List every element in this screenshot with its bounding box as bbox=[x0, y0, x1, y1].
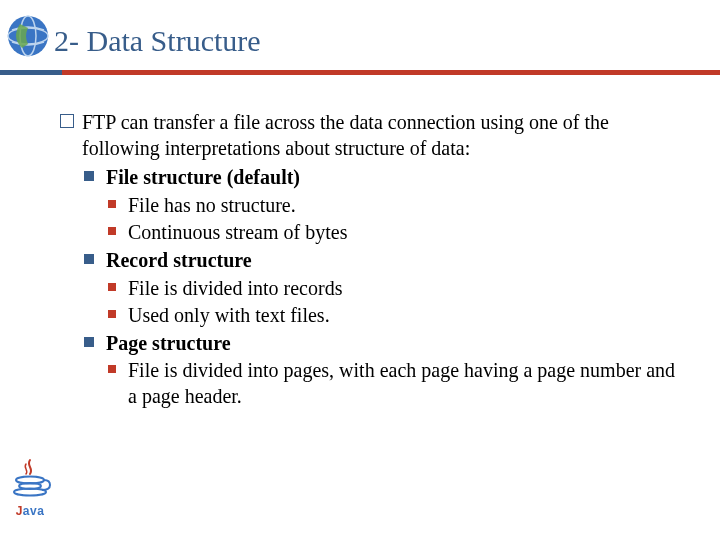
list-subitem-text: Continuous stream of bytes bbox=[128, 221, 347, 243]
list-subitem-text: File is divided into pages, with each pa… bbox=[128, 359, 675, 407]
slide-title: 2- Data Structure bbox=[54, 24, 261, 58]
list-subitem-text: Used only with text files. bbox=[128, 304, 330, 326]
slide: 2- Data Structure FTP can transfer a fil… bbox=[0, 0, 720, 540]
list-item: Page structure bbox=[84, 331, 680, 357]
list-subitem: File is divided into pages, with each pa… bbox=[108, 358, 680, 409]
list-subitem: File has no structure. bbox=[108, 193, 680, 219]
svg-point-0 bbox=[8, 16, 48, 56]
globe-icon bbox=[6, 14, 50, 58]
list-item: Record structure bbox=[84, 248, 680, 274]
java-wordmark: Java bbox=[6, 504, 54, 518]
java-letter-j: J bbox=[16, 504, 23, 518]
list-subitem: File is divided into records bbox=[108, 276, 680, 302]
list-subitem-text: File is divided into records bbox=[128, 277, 342, 299]
intro-text: FTP can transfer a file across the data … bbox=[82, 111, 609, 159]
list-subitem: Continuous stream of bytes bbox=[108, 220, 680, 246]
list-item-label: File structure (default) bbox=[106, 166, 300, 188]
title-underline bbox=[0, 70, 720, 75]
list-item-label: Page structure bbox=[106, 332, 231, 354]
list-subitem: Used only with text files. bbox=[108, 303, 680, 329]
intro-paragraph: FTP can transfer a file across the data … bbox=[60, 110, 680, 161]
list-item-label: Record structure bbox=[106, 249, 252, 271]
list-subitem-text: File has no structure. bbox=[128, 194, 296, 216]
list-item: File structure (default) bbox=[84, 165, 680, 191]
java-letters-ava: ava bbox=[23, 504, 45, 518]
slide-body: FTP can transfer a file across the data … bbox=[60, 110, 680, 410]
slide-header: 2- Data Structure bbox=[0, 10, 720, 74]
java-logo: Java bbox=[6, 458, 54, 528]
java-cup-icon bbox=[6, 458, 54, 498]
